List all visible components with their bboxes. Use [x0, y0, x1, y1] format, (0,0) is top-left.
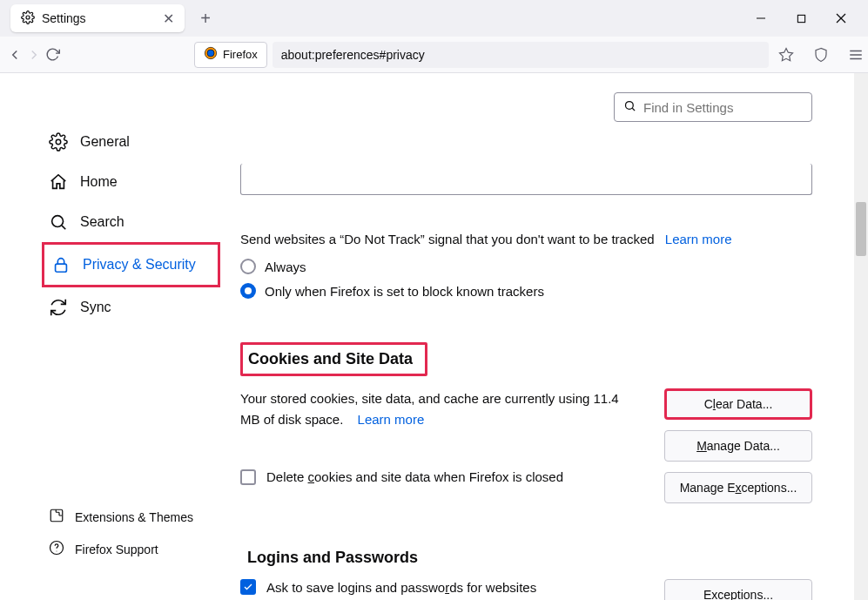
- checkbox-unchecked-icon: [240, 469, 256, 485]
- svg-point-11: [626, 102, 634, 110]
- radio-unchecked-icon: [240, 259, 256, 274]
- url-bar[interactable]: Firefox about:preferences#privacy: [194, 42, 769, 68]
- link-label: Extensions & Themes: [75, 510, 193, 524]
- sidebar-footer: Extensions & Themes Firefox Support: [42, 501, 200, 565]
- category-sync[interactable]: Sync: [42, 287, 220, 327]
- svg-rect-2: [797, 15, 804, 22]
- cookies-description: Your stored cookies, site data, and cach…: [240, 388, 664, 488]
- site-identity[interactable]: Firefox: [194, 42, 267, 68]
- radio-label: Only when Firefox is set to block known …: [265, 284, 544, 299]
- extensions-themes-link[interactable]: Extensions & Themes: [42, 501, 200, 533]
- new-tab-button[interactable]: +: [193, 6, 218, 30]
- category-label: Search: [80, 214, 124, 230]
- search-icon: [623, 99, 636, 115]
- radio-label: Always: [265, 260, 306, 274]
- category-home[interactable]: Home: [42, 162, 220, 202]
- window-titlebar: Settings ✕ +: [0, 0, 868, 37]
- logins-heading: Logins and Passwords: [247, 549, 812, 567]
- browser-toolbar: Firefox about:preferences#privacy: [0, 37, 868, 73]
- maximize-button[interactable]: [781, 4, 821, 32]
- gear-icon: [21, 10, 35, 27]
- highlight-privacy-category: Privacy & Security: [42, 242, 220, 287]
- close-icon[interactable]: ✕: [163, 10, 174, 27]
- cookies-learn-more-link[interactable]: Learn more: [358, 412, 425, 427]
- find-in-settings[interactable]: [614, 92, 812, 122]
- window-controls: [741, 4, 861, 32]
- help-icon: [49, 540, 64, 558]
- browser-tab-settings[interactable]: Settings ✕: [10, 4, 185, 32]
- delete-cookies-checkbox[interactable]: Delete cookies and site data when Firefo…: [240, 467, 638, 488]
- svg-point-0: [26, 16, 30, 19]
- firefox-support-link[interactable]: Firefox Support: [42, 533, 200, 565]
- search-input[interactable]: [643, 100, 809, 115]
- category-label: Privacy & Security: [83, 257, 196, 273]
- category-label: Sync: [80, 300, 111, 315]
- back-button[interactable]: [7, 41, 23, 69]
- url-text: about:preferences#privacy: [273, 42, 769, 68]
- dnt-learn-more-link[interactable]: Learn more: [665, 232, 732, 246]
- tab-title: Settings: [42, 11, 86, 25]
- radio-checked-icon: [240, 283, 256, 299]
- lock-icon: [51, 255, 71, 274]
- link-label: Firefox Support: [75, 543, 158, 556]
- gear-icon: [49, 132, 68, 152]
- checkbox-label: Delete cookies and site data when Firefo…: [266, 467, 563, 488]
- home-icon: [49, 172, 68, 192]
- minimize-button[interactable]: [741, 4, 781, 32]
- scrollbar-thumb[interactable]: [856, 202, 866, 256]
- close-window-button[interactable]: [821, 4, 861, 32]
- dnt-paragraph: Send websites a “Do Not Track” signal th…: [240, 232, 812, 246]
- category-label: General: [80, 134, 130, 150]
- category-sidebar: General Home Search Privacy & Security S…: [42, 122, 220, 327]
- truncated-field-top[interactable]: [240, 164, 812, 195]
- checkbox-checked-icon: [240, 579, 256, 595]
- category-privacy-security[interactable]: Privacy & Security: [44, 245, 218, 285]
- forward-button[interactable]: [26, 41, 42, 69]
- dnt-option-blocking[interactable]: Only when Firefox is set to block known …: [240, 283, 812, 299]
- ask-save-logins-checkbox[interactable]: Ask to save logins and passwords for web…: [240, 579, 664, 595]
- logins-button-column: Exceptions... Saved Logins...: [664, 579, 812, 600]
- category-label: Home: [80, 174, 118, 190]
- svg-line-15: [62, 226, 65, 229]
- pocket-icon[interactable]: [807, 41, 835, 69]
- vertical-scrollbar[interactable]: [854, 73, 868, 600]
- identity-label: Firefox: [223, 48, 258, 61]
- logins-exceptions-button[interactable]: Exceptions...: [664, 579, 812, 600]
- svg-marker-7: [779, 48, 792, 60]
- clear-data-button[interactable]: Clear Data...: [664, 388, 812, 420]
- manage-exceptions-button[interactable]: Manage Exceptions...: [664, 472, 812, 503]
- svg-line-12: [632, 108, 635, 111]
- svg-point-14: [52, 216, 64, 227]
- svg-point-13: [56, 139, 61, 145]
- svg-point-6: [207, 50, 214, 57]
- prefs-pane: Send websites a “Do Not Track” signal th…: [240, 122, 812, 600]
- bookmark-star-icon[interactable]: [772, 41, 800, 69]
- firefox-icon: [204, 46, 218, 63]
- sync-icon: [49, 298, 68, 317]
- manage-data-button[interactable]: Manage Data...: [664, 430, 812, 462]
- search-icon: [49, 212, 68, 232]
- app-menu-icon[interactable]: [842, 41, 868, 69]
- dnt-option-always[interactable]: Always: [240, 259, 812, 274]
- reload-button[interactable]: [45, 41, 60, 69]
- svg-rect-16: [56, 264, 67, 272]
- cookies-heading: Cookies and Site Data: [248, 350, 413, 368]
- cookies-button-column: Clear Data... Manage Data... Manage Exce…: [664, 388, 812, 503]
- category-search[interactable]: Search: [42, 202, 220, 242]
- checkbox-label: Ask to save logins and passwords for web…: [266, 580, 536, 595]
- category-general[interactable]: General: [42, 122, 220, 162]
- puzzle-icon: [49, 508, 64, 526]
